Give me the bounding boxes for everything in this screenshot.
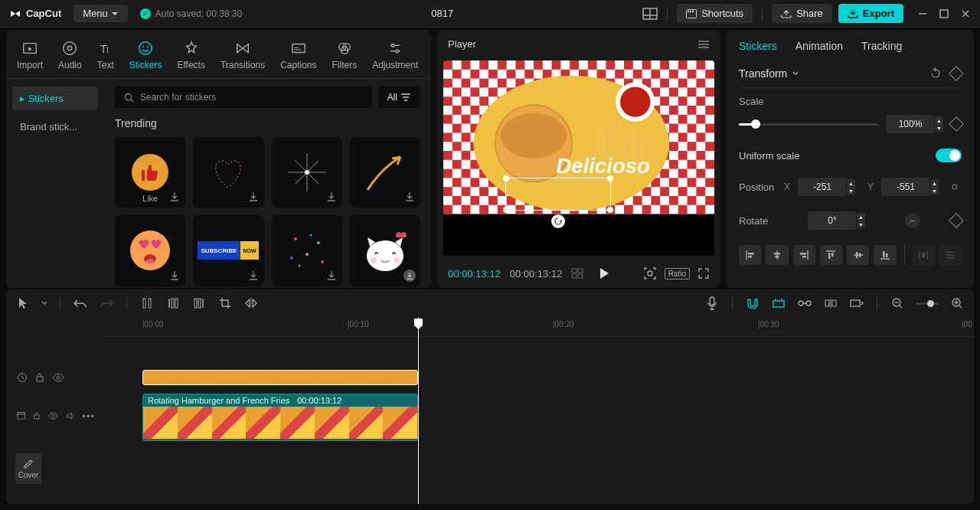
undo-button[interactable] (73, 296, 88, 311)
preview-tool[interactable] (771, 296, 786, 311)
align-left-button[interactable] (739, 245, 761, 265)
nav-stickers[interactable]: ▸ Stickers (12, 87, 98, 110)
tab-animation[interactable]: Animation (795, 40, 843, 52)
compare-icon[interactable] (571, 268, 583, 279)
speaker-icon[interactable] (66, 410, 74, 421)
tab-adjustment[interactable]: Adjustment (372, 37, 418, 78)
rotate-reset-button[interactable]: − (905, 213, 920, 228)
align-bottom-button[interactable] (874, 245, 896, 265)
lock-icon[interactable] (35, 372, 44, 383)
shortcuts-button[interactable]: Shortcuts (677, 4, 753, 23)
redo-button[interactable] (99, 296, 114, 311)
zoom-in-button[interactable] (949, 296, 965, 311)
magnet-tool[interactable] (745, 296, 760, 311)
video-track[interactable]: Rotating Hamburger and French Fries 00:0… (106, 394, 974, 447)
reset-icon[interactable] (929, 67, 942, 80)
download-icon[interactable] (168, 270, 181, 282)
link-xy-icon[interactable] (948, 181, 962, 192)
scale-slider[interactable] (739, 123, 878, 126)
crop-tool[interactable] (217, 296, 233, 311)
keyframe-icon[interactable] (949, 213, 964, 228)
download-icon[interactable] (325, 270, 338, 282)
distribute-v-button[interactable] (939, 245, 962, 265)
keyframe-icon[interactable] (949, 116, 964, 132)
download-icon[interactable] (247, 191, 260, 203)
download-icon[interactable] (247, 270, 260, 282)
keyframe-icon[interactable] (949, 66, 964, 81)
selection-box[interactable] (505, 178, 611, 211)
tab-stickers[interactable]: Stickers (129, 37, 162, 78)
download-icon[interactable] (403, 191, 416, 203)
timeline-tracks[interactable]: |00:00 |00:10 |00:20 |00:30 |00 Rotating… (106, 317, 974, 504)
scale-down[interactable]: ▼ (934, 124, 943, 132)
sticker-like[interactable]: Like (115, 137, 185, 208)
sticker-cat[interactable] (350, 215, 420, 286)
playhead[interactable] (418, 317, 419, 504)
nav-brand-stickers[interactable]: Brand stick... (12, 115, 98, 139)
maximize-icon[interactable] (939, 8, 949, 19)
rotate-input[interactable]: 0° (808, 211, 857, 230)
trim-right-tool[interactable] (191, 296, 207, 311)
tab-text[interactable]: TIText (97, 37, 114, 78)
align-top-button[interactable] (820, 245, 842, 265)
tab-import[interactable]: Import (17, 37, 43, 78)
sticker-arrow[interactable] (350, 137, 420, 208)
menu-icon[interactable] (697, 39, 710, 50)
align-right-button[interactable] (793, 245, 815, 265)
sticker-heart-sparkle[interactable] (193, 137, 263, 208)
mic-button[interactable] (704, 296, 720, 311)
align-clips-tool[interactable] (823, 296, 838, 311)
ratio-button[interactable]: Ratio (665, 268, 690, 280)
download-icon[interactable] (168, 191, 181, 203)
track-settings-tool[interactable] (849, 296, 864, 311)
slider-thumb[interactable] (751, 119, 760, 129)
eye-icon[interactable] (52, 373, 64, 382)
sticker-star-flare[interactable] (272, 137, 342, 208)
zoom-slider[interactable] (916, 302, 939, 305)
tab-effects[interactable]: Effects (177, 37, 204, 78)
transform-section-header[interactable]: Transform (739, 60, 962, 88)
video-icon[interactable] (17, 411, 25, 420)
tab-tracking[interactable]: Tracking (861, 40, 902, 52)
tab-transitions[interactable]: Transitions (220, 37, 265, 78)
align-center-h-button[interactable] (766, 245, 788, 265)
share-button[interactable]: Share (772, 4, 832, 23)
sticker-fireworks[interactable] (272, 215, 342, 286)
sticker-heart-eyes[interactable] (115, 215, 185, 286)
layout-icon[interactable] (642, 8, 658, 20)
position-x-input[interactable]: -251 (798, 178, 847, 196)
align-center-v-button[interactable] (847, 245, 869, 265)
fullscreen-icon[interactable] (697, 267, 710, 280)
mirror-tool[interactable] (243, 296, 259, 311)
play-button[interactable] (599, 267, 609, 280)
ruler[interactable]: |00:00 |00:10 |00:20 |00:30 |00 (106, 317, 974, 337)
position-y-input[interactable]: -551 (881, 178, 930, 196)
player-viewport[interactable]: Delicioso (443, 60, 714, 256)
resize-handle-tl[interactable] (503, 175, 509, 181)
sticker-subscribe[interactable]: SUBSCRIBENOW (193, 215, 263, 286)
tab-audio[interactable]: Audio (58, 37, 82, 78)
rotate-handle[interactable] (551, 214, 565, 228)
split-tool[interactable] (139, 296, 155, 311)
search-input[interactable]: Search for stickers (115, 87, 372, 108)
tab-captions[interactable]: Captions (280, 37, 316, 78)
export-button[interactable]: Export (838, 4, 903, 23)
minimize-icon[interactable] (917, 8, 928, 19)
eye-icon[interactable] (48, 411, 58, 420)
scale-input[interactable]: 100% (886, 115, 935, 133)
clock-icon[interactable] (17, 372, 28, 383)
sticker-clip[interactable] (142, 370, 418, 385)
download-icon[interactable] (403, 270, 416, 282)
video-clip[interactable]: Rotating Hamburger and French Fries 00:0… (142, 394, 418, 441)
cover-button[interactable]: Cover (15, 453, 41, 484)
zoom-out-button[interactable] (890, 296, 905, 311)
close-icon[interactable] (960, 8, 971, 19)
distribute-h-button[interactable] (913, 245, 935, 265)
tab-stickers-props[interactable]: Stickers (739, 40, 777, 52)
download-icon[interactable] (325, 191, 338, 203)
trim-left-tool[interactable] (165, 296, 181, 311)
pointer-tool[interactable] (15, 296, 31, 311)
filter-all-button[interactable]: All (378, 87, 420, 108)
scan-icon[interactable] (643, 266, 657, 280)
sticker-track[interactable] (106, 366, 974, 389)
